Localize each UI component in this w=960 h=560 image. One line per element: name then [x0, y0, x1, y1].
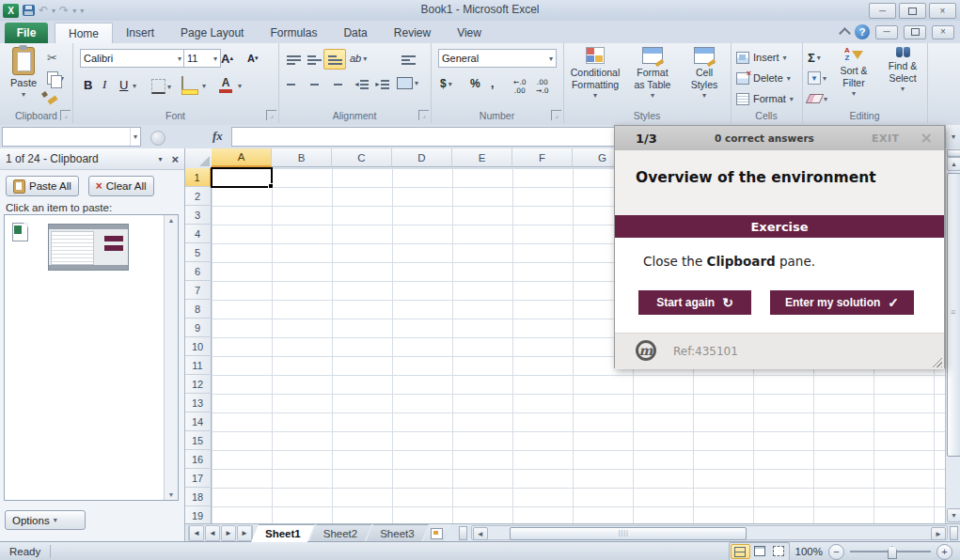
pane-close-icon[interactable]: ×: [171, 153, 179, 165]
previous-sheet-button[interactable]: ◄: [205, 525, 220, 541]
workbook-close-button[interactable]: ×: [932, 25, 954, 39]
row-header-15[interactable]: 15: [184, 431, 212, 450]
row-header-7[interactable]: 7: [184, 281, 212, 300]
align-right-button[interactable]: [323, 73, 346, 94]
row-header-5[interactable]: 5: [184, 243, 212, 262]
font-color-button[interactable]: A: [219, 77, 232, 93]
name-box[interactable]: ▾: [2, 127, 141, 147]
zoom-slider-thumb[interactable]: [888, 546, 897, 559]
vertical-scrollbar[interactable]: ▲ ▼: [945, 148, 960, 523]
start-again-button[interactable]: Start again↻: [638, 290, 751, 315]
row-header-14[interactable]: 14: [184, 412, 212, 431]
comma-style-button[interactable]: ,: [491, 77, 494, 90]
increase-indent-button[interactable]: ►: [370, 73, 393, 94]
first-sheet-button[interactable]: ◄: [188, 525, 204, 541]
next-sheet-button[interactable]: ►: [221, 525, 236, 541]
tab-review[interactable]: Review: [381, 23, 444, 43]
row-header-19[interactable]: 19: [184, 506, 212, 525]
vertical-split-handle[interactable]: [947, 149, 960, 157]
tab-formulas[interactable]: Formulas: [257, 23, 330, 43]
row-header-8[interactable]: 8: [184, 300, 212, 319]
close-button[interactable]: ×: [929, 3, 956, 19]
workbook-minimize-button[interactable]: ─: [875, 25, 898, 39]
page-break-view-button[interactable]: [770, 544, 788, 557]
last-sheet-button[interactable]: ►: [237, 525, 253, 541]
italic-button[interactable]: I: [102, 75, 106, 94]
sheet-tab-sheet3[interactable]: Sheet3: [366, 524, 428, 542]
list-scroll-down-icon[interactable]: ▼: [165, 491, 178, 498]
column-header-A[interactable]: A: [212, 148, 272, 167]
undo-icon[interactable]: ↶: [39, 5, 48, 16]
delete-cells-button[interactable]: Delete▾: [736, 70, 791, 86]
row-header-13[interactable]: 13: [184, 394, 212, 412]
tab-data[interactable]: Data: [330, 23, 380, 43]
grow-font-button[interactable]: A▴: [221, 49, 233, 68]
number-dialog-launcher[interactable]: ⌟: [551, 110, 561, 120]
row-header-18[interactable]: 18: [184, 488, 212, 506]
font-color-dropdown-icon[interactable]: ▾: [238, 82, 242, 90]
align-bottom-button[interactable]: [323, 49, 346, 70]
pane-menu-dropdown-icon[interactable]: ▾: [158, 155, 162, 163]
sort-filter-button[interactable]: AZ Sort & Filter ▾: [830, 47, 877, 115]
conditional-formatting-button[interactable]: Conditional Formatting ▾: [567, 47, 623, 115]
tab-page-layout[interactable]: Page Layout: [167, 23, 257, 43]
decrease-indent-button[interactable]: ◄: [350, 73, 372, 94]
workbook-restore-button[interactable]: [904, 25, 926, 39]
column-header-F[interactable]: F: [512, 148, 573, 167]
merge-center-button[interactable]: ▾: [397, 77, 418, 89]
zoom-slider[interactable]: [850, 551, 931, 552]
font-size-select[interactable]: 11▾: [183, 49, 221, 68]
horizontal-split-handle[interactable]: [950, 526, 958, 540]
column-header-B[interactable]: B: [272, 148, 332, 167]
cell-styles-button[interactable]: Cell Styles ▾: [682, 47, 727, 115]
font-dialog-launcher[interactable]: ⌟: [266, 110, 276, 120]
row-header-4[interactable]: 4: [184, 225, 212, 243]
bold-button[interactable]: B: [84, 75, 92, 94]
row-header-9[interactable]: 9: [184, 319, 212, 337]
zoom-out-button[interactable]: −: [828, 544, 844, 560]
shrink-font-button[interactable]: A▾: [247, 49, 258, 68]
tab-file[interactable]: File: [5, 23, 48, 43]
clipboard-dialog-launcher[interactable]: ⌟: [60, 110, 71, 120]
font-name-select[interactable]: Calibri▾: [80, 49, 185, 68]
row-header-1[interactable]: 1: [184, 168, 212, 187]
number-format-select[interactable]: General▾: [438, 49, 557, 68]
decrease-decimal-button[interactable]: .00 →.0: [536, 79, 548, 95]
name-box-dropdown-icon[interactable]: ▾: [130, 128, 140, 146]
underline-button[interactable]: U: [119, 75, 128, 94]
redo-icon[interactable]: ↷: [59, 5, 69, 16]
alignment-dialog-launcher[interactable]: ⌟: [418, 110, 429, 120]
list-scroll-up-icon[interactable]: ▲: [165, 217, 178, 224]
select-all-corner[interactable]: [184, 148, 212, 169]
clear-all-button[interactable]: ×Clear All: [88, 176, 154, 196]
zoom-level[interactable]: 100%: [795, 546, 823, 557]
paste-all-button[interactable]: Paste All: [6, 176, 79, 196]
copy-button[interactable]: ▾: [47, 71, 64, 85]
customize-qat-icon[interactable]: ▾: [80, 7, 84, 15]
insert-function-button[interactable]: fx: [212, 129, 223, 144]
row-header-12[interactable]: 12: [184, 375, 212, 394]
autosum-button[interactable]: Σ▾: [808, 49, 821, 66]
underline-dropdown-icon[interactable]: ▾: [133, 82, 136, 90]
scroll-up-button[interactable]: ▲: [947, 157, 960, 171]
cut-button[interactable]: ✂: [47, 51, 57, 65]
align-center-button[interactable]: [303, 73, 325, 94]
expand-formula-bar-button[interactable]: ▾: [945, 125, 960, 148]
list-scrollbar[interactable]: ▲ ▼: [164, 215, 178, 500]
horizontal-scroll-thumb[interactable]: [510, 527, 747, 540]
horizontal-scrollbar[interactable]: ◄ ►: [471, 525, 948, 540]
sheet-tab-sheet1[interactable]: Sheet1: [251, 524, 315, 542]
orientation-button[interactable]: ab▾: [350, 53, 367, 64]
resize-grip-icon[interactable]: [930, 355, 942, 367]
options-button[interactable]: Options▾: [5, 510, 86, 530]
format-as-table-button[interactable]: Format as Table ▾: [627, 47, 678, 115]
fill-color-button[interactable]: [181, 77, 198, 95]
insert-cells-button[interactable]: Insert▾: [736, 49, 787, 66]
row-header-16[interactable]: 16: [184, 450, 212, 469]
find-select-button[interactable]: Find & Select ▾: [879, 47, 926, 115]
scroll-left-button[interactable]: ◄: [473, 527, 488, 540]
vertical-scroll-thumb[interactable]: [947, 173, 960, 457]
paste-button[interactable]: Paste ▾: [4, 47, 43, 109]
page-layout-view-button[interactable]: [751, 544, 769, 557]
borders-button[interactable]: ▾: [151, 79, 171, 94]
